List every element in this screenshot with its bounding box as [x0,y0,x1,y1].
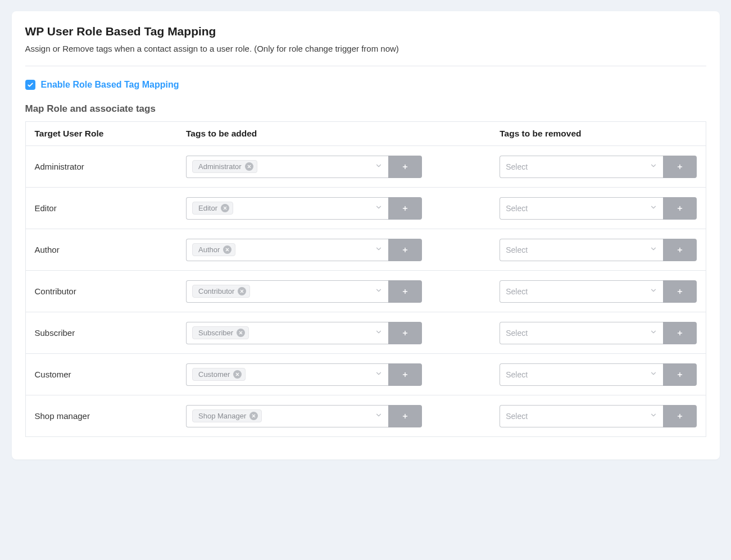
tag-chip: Author [192,243,235,256]
add-tags-cell: Editor [177,188,491,229]
tag-select-remove[interactable]: Select [500,280,662,303]
add-tag-button-remove[interactable] [663,322,697,344]
chevron-down-icon [650,203,657,213]
enable-checkbox[interactable] [25,80,35,90]
role-name: Administrator [25,146,177,188]
add-tag-button-add[interactable] [388,363,422,386]
select-group-add: Author [186,239,422,261]
add-tags-cell: Author [177,229,491,271]
x-icon [223,206,228,211]
select-group-remove: Select [500,197,696,220]
tag-select-add[interactable]: Customer [186,363,388,386]
tag-select-remove[interactable]: Select [500,322,662,344]
role-mapping-table: Target User Role Tags to be added Tags t… [25,121,706,437]
add-tag-button-remove[interactable] [663,280,697,303]
tag-chip: Contributor [192,285,250,298]
add-tag-button-remove[interactable] [663,239,697,261]
plus-icon [676,247,683,253]
chevron-down-icon [375,162,383,171]
table-row: Author Author Select [25,229,706,271]
add-tags-cell: Shop Manager [177,395,491,437]
x-icon [251,413,256,418]
chevron-down-icon [375,203,383,213]
check-icon [27,81,34,88]
chevron-down-icon [650,328,657,338]
remove-tags-cell: Select [491,354,706,395]
tag-select-add[interactable]: Author [186,239,388,261]
plus-icon [402,371,408,378]
add-tags-cell: Administrator [177,146,491,188]
select-group-add: Editor [186,197,422,220]
add-tag-button-add[interactable] [388,322,422,344]
add-tag-button-add[interactable] [388,239,422,261]
select-placeholder: Select [506,162,528,171]
tag-remove-button[interactable] [238,287,246,295]
tag-select-add[interactable]: Shop Manager [186,405,388,427]
role-name: Shop manager [25,395,177,437]
add-tag-button-remove[interactable] [663,156,697,178]
tag-select-add[interactable]: Subscriber [186,322,388,344]
plus-icon [402,330,408,336]
table-row: Editor Editor Select [25,188,706,229]
add-tag-button-add[interactable] [388,197,422,220]
tag-remove-button[interactable] [249,412,258,420]
plus-icon [402,205,408,212]
tag-select-add[interactable]: Contributor [186,280,388,303]
add-tag-button-add[interactable] [388,405,422,427]
enable-toggle-row: Enable Role Based Tag Mapping [25,80,706,90]
tag-remove-button[interactable] [237,329,245,337]
tag-select-add[interactable]: Administrator [186,156,388,178]
select-group-add: Administrator [186,156,422,178]
chevron-down-icon [375,370,383,379]
tag-label: Administrator [198,162,242,171]
table-row: Customer Customer Select [25,354,706,395]
tags-area: Shop Manager [192,409,262,422]
chevron-down-icon [375,286,383,296]
remove-tags-cell: Select [491,271,706,312]
plus-icon [676,205,683,212]
select-placeholder: Select [506,204,528,213]
select-group-remove: Select [500,405,696,427]
plus-icon [676,288,683,295]
tag-select-remove[interactable]: Select [500,197,662,220]
chevron-down-icon [650,370,657,379]
tag-label: Contributor [198,287,234,295]
tag-remove-button[interactable] [245,162,253,171]
chevron-down-icon [375,203,383,211]
tag-select-remove[interactable]: Select [500,363,662,386]
plus-icon [402,247,408,253]
chevron-down-icon [375,162,383,170]
add-tags-cell: Subscriber [177,312,491,354]
page-title: WP User Role Based Tag Mapping [25,25,706,38]
select-group-remove: Select [500,363,696,386]
tag-select-add[interactable]: Editor [186,197,388,220]
tags-area: Administrator [192,160,257,173]
tag-remove-button[interactable] [221,204,229,212]
tag-select-remove[interactable]: Select [500,239,662,261]
plus-icon [676,330,683,336]
tags-area: Author [192,243,235,256]
add-tag-button-add[interactable] [388,280,422,303]
add-tag-button-remove[interactable] [663,405,697,427]
tag-select-remove[interactable]: Select [500,405,662,427]
table-row: Subscriber Subscriber Select [25,312,706,354]
tag-remove-button[interactable] [223,245,231,254]
select-placeholder: Select [506,287,528,296]
col-remove: Tags to be removed [491,122,706,146]
role-name: Editor [25,188,177,229]
plus-icon [402,288,408,295]
select-group-add: Contributor [186,280,422,303]
add-tag-button-remove[interactable] [663,197,697,220]
chevron-down-icon [650,245,657,254]
tag-remove-button[interactable] [233,370,242,379]
page-description: Assign or Remove tags when a contact ass… [25,44,706,66]
tag-select-remove[interactable]: Select [500,156,662,178]
tag-chip: Administrator [192,160,257,173]
settings-panel: WP User Role Based Tag Mapping Assign or… [12,11,720,459]
plus-icon [676,413,683,420]
add-tag-button-remove[interactable] [663,363,697,386]
add-tag-button-add[interactable] [388,156,422,178]
add-tags-cell: Customer [177,354,491,395]
enable-label[interactable]: Enable Role Based Tag Mapping [41,80,179,90]
role-name: Customer [25,354,177,395]
